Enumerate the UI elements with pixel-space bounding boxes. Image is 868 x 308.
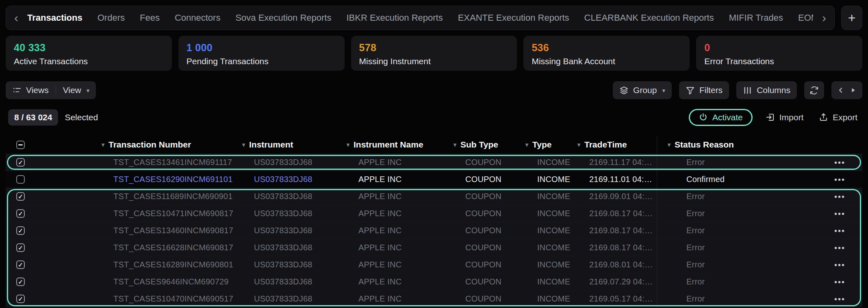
group-button[interactable]: Group ▾ bbox=[613, 81, 672, 99]
table-row[interactable]: ✓ TST_CASES10471INCM690817 US037833DJ68 … bbox=[6, 205, 862, 222]
row-menu-button[interactable]: ••• bbox=[832, 278, 848, 286]
filters-button[interactable]: Filters bbox=[679, 81, 729, 99]
add-tab-button[interactable]: + bbox=[841, 6, 862, 30]
stat-card[interactable]: 536 Missing Bank Account bbox=[523, 36, 690, 71]
row-actions-cell: ••• bbox=[823, 226, 862, 235]
activate-label: Activate bbox=[712, 113, 743, 122]
row-checkbox[interactable]: ✓ bbox=[16, 209, 25, 218]
cell-transaction-number: TST_CASES11689INCM690901 bbox=[98, 192, 239, 201]
activate-button[interactable]: Activate bbox=[696, 112, 745, 123]
column-header-instrument-name[interactable]: ▾ Instrument Name bbox=[343, 140, 450, 150]
cell-status-reason: Error bbox=[657, 188, 823, 205]
toolbar-right: Group ▾ Filters Columns bbox=[613, 81, 862, 99]
row-checkbox-cell: ✓ bbox=[6, 291, 98, 307]
row-checkbox[interactable]: ✓ bbox=[16, 226, 25, 235]
table-row[interactable]: ✓ TST_CASES13460INCM690817 US037833DJ68 … bbox=[6, 222, 862, 239]
cell-sub-type: COUPON bbox=[450, 277, 522, 286]
column-header-status-reason[interactable]: ▾ Status Reason bbox=[657, 136, 823, 154]
import-button[interactable]: Import bbox=[763, 112, 806, 123]
table-row[interactable]: ✓ TST_CASES10470INCM690517 US037833DJ68 … bbox=[6, 290, 862, 307]
column-header-type[interactable]: ▾ Type bbox=[522, 140, 574, 150]
column-label: Type bbox=[532, 140, 551, 150]
column-menu-caret-icon[interactable]: ▾ bbox=[577, 142, 580, 147]
column-menu-caret-icon[interactable]: ▾ bbox=[242, 142, 245, 147]
row-menu-button[interactable]: ••• bbox=[832, 175, 848, 184]
page-right-icon[interactable] bbox=[849, 86, 857, 94]
views-button[interactable]: Views View ▾ bbox=[6, 81, 96, 99]
row-actions-cell: ••• bbox=[823, 243, 862, 252]
row-checkbox[interactable]: ✓ bbox=[16, 260, 25, 269]
tab-bar: ‹ Transactions Orders Fees Connectors So… bbox=[6, 6, 835, 30]
row-menu-button[interactable]: ••• bbox=[832, 158, 848, 167]
tabs-scroll-right-icon[interactable]: › bbox=[822, 12, 826, 24]
row-menu-button[interactable]: ••• bbox=[832, 260, 848, 269]
tab-connectors[interactable]: Connectors bbox=[175, 13, 221, 23]
row-checkbox[interactable]: ✓ bbox=[16, 243, 25, 252]
row-checkbox[interactable]: ✓ bbox=[16, 295, 25, 303]
table-row[interactable]: ✓ TST_CASES16628INCM690817 US037833DJ68 … bbox=[6, 239, 862, 256]
cell-sub-type: COUPON bbox=[450, 158, 522, 167]
cell-instrument-name: APPLE INC bbox=[343, 277, 450, 286]
row-menu-button[interactable]: ••• bbox=[832, 243, 848, 252]
cell-status-reason: Error bbox=[657, 154, 823, 171]
tab-ibkr-execution-reports[interactable]: IBKR Execution Reports bbox=[346, 13, 443, 23]
table-row[interactable]: ✓ TST_CASES16289INCM690801 US037833DJ68 … bbox=[6, 256, 862, 273]
table-row[interactable]: ✓ TST_CASES9646INCM690729 US037833DJ68 A… bbox=[6, 273, 862, 290]
row-menu-button[interactable]: ••• bbox=[832, 192, 848, 201]
tab-sova-execution-reports[interactable]: Sova Execution Reports bbox=[235, 13, 331, 23]
tab-eoms-c[interactable]: EOMS C bbox=[798, 13, 813, 23]
row-checkbox-cell: ✓ bbox=[6, 222, 98, 239]
cell-status-reason: Confirmed bbox=[657, 171, 823, 188]
cell-trade-time: 2169.08.17 04:00:00 bbox=[574, 243, 657, 252]
row-checkbox-cell: ✓ bbox=[6, 154, 98, 171]
columns-button[interactable]: Columns bbox=[736, 81, 797, 99]
row-menu-button[interactable]: ••• bbox=[832, 226, 848, 235]
table-row[interactable]: ✓ TST_CASES13461INCM691117 US037833DJ68 … bbox=[6, 154, 862, 171]
page-left-icon[interactable] bbox=[837, 86, 845, 94]
column-header-sub-type[interactable]: ▾ Sub Type bbox=[450, 140, 522, 150]
pager-button[interactable] bbox=[831, 81, 862, 99]
tabs-scroll-left-icon[interactable]: ‹ bbox=[14, 12, 18, 24]
toolbar: Views View ▾ Group ▾ Filters bbox=[6, 81, 862, 99]
row-actions-cell: ••• bbox=[823, 209, 862, 218]
tab-transactions[interactable]: Transactions bbox=[27, 13, 82, 23]
cell-sub-type: COUPON bbox=[450, 209, 522, 218]
cell-transaction-number: TST_CASES13460INCM690817 bbox=[98, 226, 239, 235]
column-menu-caret-icon[interactable]: ▾ bbox=[102, 142, 104, 147]
views-label: Views bbox=[26, 85, 49, 95]
row-checkbox[interactable]: ✓ bbox=[16, 192, 25, 201]
column-header-instrument[interactable]: ▾ Instrument bbox=[239, 140, 343, 150]
export-button[interactable]: Export bbox=[816, 112, 860, 123]
row-checkbox[interactable] bbox=[16, 175, 25, 184]
table-row[interactable]: ✓ TST_CASES11689INCM690901 US037833DJ68 … bbox=[6, 188, 862, 205]
cell-status-reason: Error bbox=[657, 256, 823, 273]
select-all-checkbox[interactable] bbox=[16, 141, 25, 149]
stat-card[interactable]: 40 333 Active Transactions bbox=[6, 36, 172, 71]
row-menu-button[interactable]: ••• bbox=[832, 209, 848, 218]
column-menu-caret-icon[interactable]: ▾ bbox=[347, 142, 349, 147]
indeterminate-mark bbox=[18, 144, 23, 145]
stat-card[interactable]: 578 Missing Instrument bbox=[351, 36, 517, 71]
column-menu-caret-icon[interactable]: ▾ bbox=[525, 142, 528, 147]
table-row[interactable]: TST_CASES16290INCM691101 US037833DJ68 AP… bbox=[6, 171, 862, 188]
tab-clearbank-execution-reports[interactable]: CLEARBANK Execution Reports bbox=[584, 13, 714, 23]
filters-label: Filters bbox=[699, 85, 723, 95]
stat-card[interactable]: 0 Error Transactions bbox=[696, 36, 862, 71]
row-checkbox-cell bbox=[6, 171, 98, 188]
tab-mifir-trades[interactable]: MIFIR Trades bbox=[729, 13, 783, 23]
column-label: Sub Type bbox=[460, 140, 498, 150]
column-menu-caret-icon[interactable]: ▾ bbox=[668, 142, 671, 147]
row-menu-button[interactable]: ••• bbox=[832, 295, 848, 304]
column-menu-caret-icon[interactable]: ▾ bbox=[454, 142, 456, 147]
stat-card[interactable]: 1 000 Pending Transactions bbox=[178, 36, 345, 71]
row-checkbox[interactable]: ✓ bbox=[16, 278, 25, 286]
stat-label: Missing Bank Account bbox=[532, 56, 681, 66]
column-header-transaction-number[interactable]: ▾ Transaction Number bbox=[98, 140, 239, 150]
refresh-button[interactable] bbox=[804, 81, 824, 99]
tab-fees[interactable]: Fees bbox=[140, 13, 160, 23]
row-actions-cell: ••• bbox=[823, 192, 862, 201]
tab-exante-execution-reports[interactable]: EXANTE Execution Reports bbox=[458, 13, 569, 23]
tab-orders[interactable]: Orders bbox=[98, 13, 125, 23]
row-checkbox[interactable]: ✓ bbox=[16, 158, 25, 167]
column-header-trade-time[interactable]: ▾ TradeTime bbox=[574, 140, 657, 150]
